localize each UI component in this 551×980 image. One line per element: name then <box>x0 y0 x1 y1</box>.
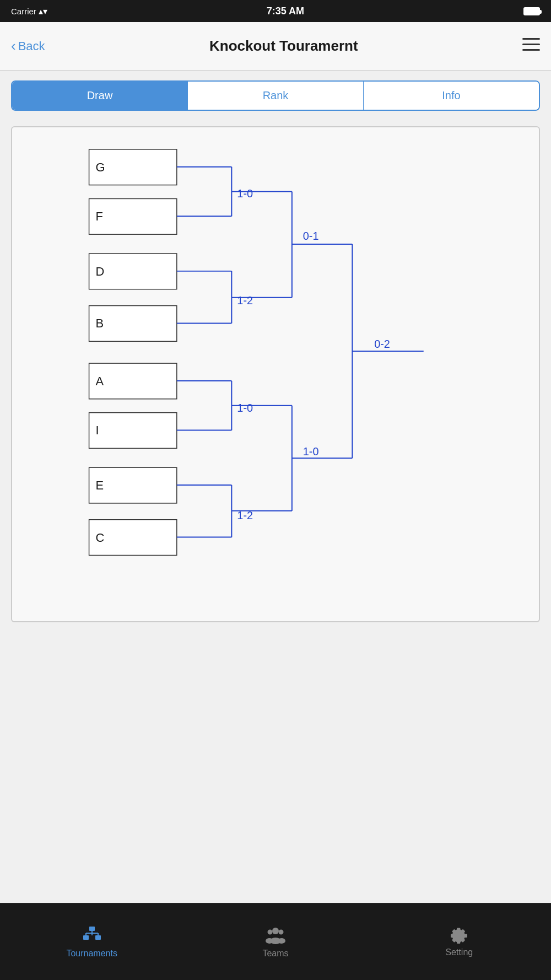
tournaments-icon <box>82 925 102 945</box>
hamburger-icon <box>522 38 540 51</box>
tab-draw[interactable]: Draw <box>12 82 188 110</box>
svg-rect-5 <box>95 935 101 940</box>
svg-rect-1 <box>522 44 540 45</box>
score-round1-3: 1-0 <box>237 402 253 414</box>
back-label: Back <box>18 39 45 53</box>
page-title: Knockout Touramernt <box>209 37 358 55</box>
setting-icon <box>450 927 468 944</box>
svg-point-14 <box>278 929 283 934</box>
setting-tab-label: Setting <box>445 947 473 957</box>
team-label-A: A <box>96 374 104 388</box>
battery-icon <box>523 7 540 15</box>
tab-info[interactable]: Info <box>364 82 539 110</box>
team-label-C: C <box>96 531 105 545</box>
score-round2-2: 1-0 <box>303 445 319 457</box>
bottom-tab-setting[interactable]: Setting <box>368 927 551 957</box>
svg-point-15 <box>278 938 285 944</box>
time-label: 7:35 AM <box>267 6 304 17</box>
score-round2-1: 0-1 <box>303 230 319 242</box>
team-box-I <box>89 413 177 449</box>
bottom-tab-bar: Tournaments Teams Setting <box>0 903 551 980</box>
nav-bar: ‹ Back Knockout Touramernt <box>0 22 551 71</box>
tabs-container: Draw Rank Info <box>11 80 540 111</box>
teams-tab-label: Teams <box>262 949 288 959</box>
teams-icon <box>266 925 285 945</box>
tab-rank[interactable]: Rank <box>188 82 364 110</box>
bracket-container: G F D B A I E C <box>11 126 540 622</box>
team-label-B: B <box>96 316 104 330</box>
carrier-label: Carrier <box>11 7 36 16</box>
svg-point-12 <box>267 929 272 934</box>
svg-rect-4 <box>83 935 89 940</box>
svg-point-10 <box>272 928 279 934</box>
svg-rect-3 <box>89 927 95 931</box>
back-button[interactable]: ‹ Back <box>11 37 45 55</box>
r2-box-top <box>292 171 377 314</box>
bottom-tab-tournaments[interactable]: Tournaments <box>0 925 183 959</box>
menu-button[interactable] <box>522 37 540 55</box>
svg-rect-2 <box>522 49 540 51</box>
main-content: G F D B A I E C <box>0 121 551 903</box>
team-label-I: I <box>96 423 99 437</box>
status-bar: Carrier ▴▾ 7:35 AM <box>0 0 551 22</box>
team-label-D: D <box>96 265 105 278</box>
bracket-svg: G F D B A I E C <box>23 138 528 610</box>
chevron-left-icon: ‹ <box>11 37 16 55</box>
team-label-G: G <box>96 160 105 174</box>
tournaments-tab-label: Tournaments <box>66 949 117 959</box>
bottom-tab-teams[interactable]: Teams <box>183 925 367 959</box>
team-label-E: E <box>96 478 104 492</box>
team-label-F: F <box>96 209 103 223</box>
tab-bar: Draw Rank Info <box>0 71 551 121</box>
svg-point-13 <box>266 938 273 944</box>
score-round1-1: 1-0 <box>237 187 253 200</box>
svg-rect-0 <box>522 38 540 40</box>
score-round1-2: 1-2 <box>237 294 253 306</box>
score-final: 0-2 <box>374 338 390 350</box>
wifi-icon: ▴▾ <box>39 6 47 17</box>
